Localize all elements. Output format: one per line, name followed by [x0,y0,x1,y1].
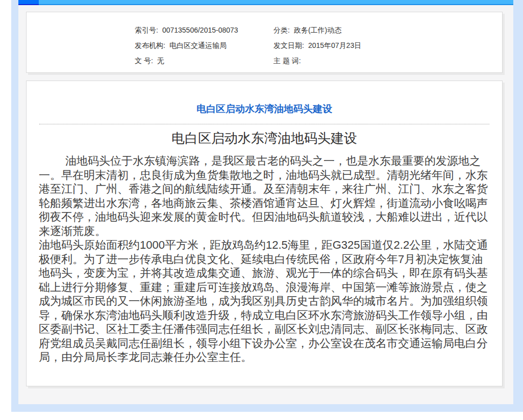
meta-value-document-number: 无 [157,57,164,65]
right-frame-strip [513,0,523,404]
meta-field-issuing-agency: 发布机构:电白区交通运输局 [135,41,273,50]
top-nav-active-segment[interactable] [18,0,39,5]
meta-label-issue-date: 发文日期: [273,41,304,49]
left-frame-strip [11,0,18,404]
meta-field-index-number: 索引号:007135506/2015-08073 [135,25,273,35]
meta-field-issue-date: 发文日期:2015年07月23日 [273,41,502,50]
dotted-divider [39,124,489,124]
article-title-link[interactable]: 电白区启动水东湾油地码头建设 [39,103,490,115]
meta-value-category: 政务(工作)动态 [294,26,341,34]
main-area: 索引号:007135506/2015-08073 分类:政务(工作)动态 发布机… [18,0,513,404]
article-paragraph-2: 油地码头原始面积约1000平方米，距放鸡岛约12.5海里，距G325国道仅2.2… [39,238,490,364]
meta-value-index-number: 007135506/2015-08073 [162,26,238,34]
article-paragraph-1: 油地码头位于水东镇海滨路，是我区最古老的码头之一，也是水东最重要的发源地之一。早… [39,154,490,238]
metadata-grid: 索引号:007135506/2015-08073 分类:政务(工作)动态 发布机… [27,12,502,65]
meta-label-issuing-agency: 发布机构: [135,41,165,49]
article-title: 电白区启动水东湾油地码头建设 [39,129,490,147]
article-panel: 电白区启动水东湾油地码头建设 电白区启动水东湾油地码头建设 油地码头位于水东镇海… [26,81,503,386]
meta-field-subject-terms: 主 题 词: [273,56,502,65]
meta-label-subject-terms: 主 题 词: [273,57,301,65]
bottom-frame-strip [11,404,523,412]
meta-value-issuing-agency: 电白区交通运输局 [169,41,227,49]
meta-field-category: 分类:政务(工作)动态 [273,25,502,35]
meta-field-document-number: 文 号:无 [135,56,273,65]
document-metadata-panel: 索引号:007135506/2015-08073 分类:政务(工作)动态 发布机… [26,12,503,73]
meta-label-document-number: 文 号: [135,57,153,65]
top-nav-bar [18,0,513,5]
meta-label-index-number: 索引号: [135,26,158,34]
meta-value-issue-date: 2015年07月23日 [308,41,361,49]
meta-label-category: 分类: [273,26,290,34]
